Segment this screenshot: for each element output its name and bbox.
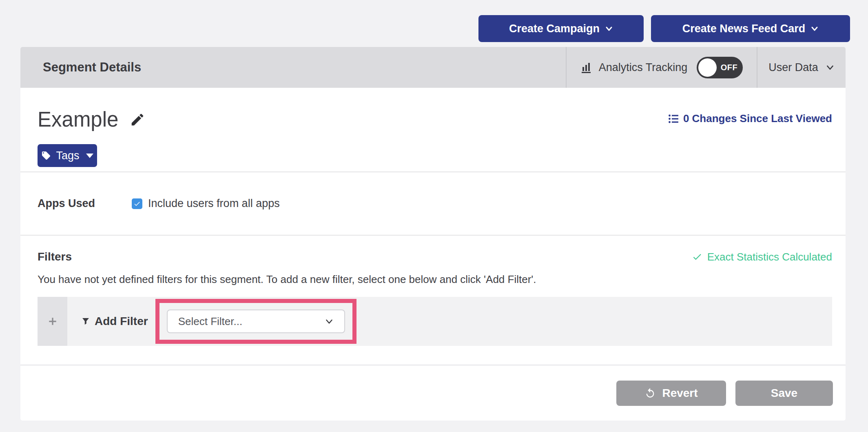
user-data-label: User Data xyxy=(768,61,818,74)
tags-button-label: Tags xyxy=(56,149,79,162)
chevron-down-icon xyxy=(826,63,835,72)
include-all-apps-checkbox[interactable] xyxy=(132,198,142,209)
apps-used-label: Apps Used xyxy=(38,197,95,210)
create-campaign-button[interactable]: Create Campaign xyxy=(478,15,644,42)
exact-statistics-status: Exact Statistics Calculated xyxy=(692,251,832,263)
create-campaign-label: Create Campaign xyxy=(509,22,600,35)
revert-button-label: Revert xyxy=(662,387,698,400)
funnel-icon xyxy=(81,316,91,326)
add-filter-row: Add Filter Select Filter... xyxy=(38,297,832,346)
chevron-down-icon xyxy=(325,317,334,326)
undo-icon xyxy=(644,387,656,399)
toggle-state-label: OFF xyxy=(721,63,738,72)
analytics-tracking-label: Analytics Tracking xyxy=(599,61,688,74)
annotation-highlight-box: Select Filter... xyxy=(155,299,356,344)
save-button[interactable]: Save xyxy=(735,381,833,406)
segment-name: Example xyxy=(38,108,118,131)
changes-link-label: 0 Changes Since Last Viewed xyxy=(683,112,832,125)
analytics-tracking-section: Analytics Tracking OFF xyxy=(566,47,757,88)
checkmark-icon xyxy=(133,200,141,207)
analytics-tracking-toggle[interactable]: OFF xyxy=(697,57,743,78)
footer-actions: Revert Save xyxy=(20,365,846,421)
add-filter-label-group: Add Filter xyxy=(81,315,148,328)
add-filter-plus-button[interactable] xyxy=(38,297,67,346)
edit-pencil-icon[interactable] xyxy=(130,112,145,127)
bar-chart-icon xyxy=(580,61,593,73)
filters-label: Filters xyxy=(38,250,72,263)
exact-statistics-label: Exact Statistics Calculated xyxy=(707,251,832,263)
include-all-apps-label: Include users from all apps xyxy=(148,197,280,210)
save-button-label: Save xyxy=(771,387,797,400)
create-news-feed-card-label: Create News Feed Card xyxy=(682,22,806,35)
apps-used-section: Apps Used Include users from all apps xyxy=(20,171,846,235)
tags-button[interactable]: Tags xyxy=(38,144,97,167)
include-all-apps-option[interactable]: Include users from all apps xyxy=(132,197,280,210)
filters-empty-message: You have not yet defined filters for thi… xyxy=(38,273,832,286)
caret-down-icon xyxy=(86,154,93,158)
tag-icon xyxy=(41,151,51,160)
select-filter-dropdown[interactable]: Select Filter... xyxy=(167,310,345,333)
card-header: Segment Details Analytics Tracking OFF U… xyxy=(20,47,846,88)
changes-since-last-viewed-link[interactable]: 0 Changes Since Last Viewed xyxy=(668,112,832,125)
revert-button[interactable]: Revert xyxy=(616,381,726,406)
create-news-feed-card-button[interactable]: Create News Feed Card xyxy=(651,15,850,42)
list-icon xyxy=(668,114,679,124)
chevron-down-icon xyxy=(605,24,613,33)
page-title: Segment Details xyxy=(20,47,566,88)
segment-title-section: Example 0 Changes Since Last Viewed xyxy=(20,88,846,171)
chevron-down-icon xyxy=(810,24,819,33)
filters-section: Filters Exact Statistics Calculated You … xyxy=(20,235,846,365)
toggle-knob xyxy=(698,58,717,77)
add-filter-label: Add Filter xyxy=(95,315,148,328)
select-filter-placeholder: Select Filter... xyxy=(178,315,243,328)
checkmark-icon xyxy=(692,252,702,262)
user-data-dropdown[interactable]: User Data xyxy=(757,47,846,88)
segment-details-card: Segment Details Analytics Tracking OFF U… xyxy=(20,47,846,421)
plus-icon xyxy=(47,316,58,327)
